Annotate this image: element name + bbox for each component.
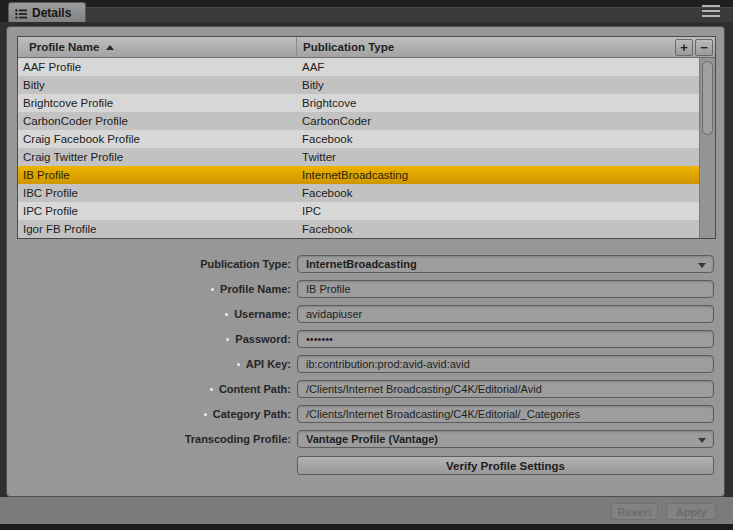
profile-name-cell: Craig Facebook Profile	[18, 133, 296, 145]
publication-type-cell: Facebook	[296, 223, 699, 235]
table-row[interactable]: IPC ProfileIPC	[18, 202, 699, 220]
required-indicator	[204, 413, 207, 416]
profile-name-cell: IBC Profile	[18, 187, 296, 199]
content-path-field[interactable]	[297, 380, 714, 398]
list-icon	[15, 8, 27, 18]
publication-type-cell: CarbonCoder	[296, 115, 699, 127]
profile-name-cell: IPC Profile	[18, 205, 296, 217]
revert-button[interactable]: Revert	[611, 503, 658, 520]
apply-button[interactable]: Apply	[666, 503, 716, 520]
profile-name-cell: IB Profile	[18, 169, 296, 181]
profile-form: Publication Type:InternetBroadcastingPro…	[17, 255, 714, 448]
add-profile-button[interactable]: +	[675, 39, 693, 56]
verify-row: Verify Profile Settings	[17, 456, 714, 475]
form-row: API Key:	[17, 355, 714, 373]
tab-label: Details	[32, 6, 71, 20]
tab-strip	[86, 7, 733, 22]
content-path-label: Content Path:	[17, 383, 291, 395]
details-panel: Profile Name Publication Type + − AAF Pr…	[6, 26, 725, 497]
verify-profile-settings-button[interactable]: Verify Profile Settings	[297, 456, 714, 475]
profile-name-cell: Igor FB Profile	[18, 223, 296, 235]
table-row[interactable]: Igor FB ProfileFacebook	[18, 220, 699, 238]
password-field[interactable]	[297, 330, 714, 348]
table-row[interactable]: Craig Twitter ProfileTwitter	[18, 148, 699, 166]
username-field[interactable]	[297, 305, 714, 323]
table-row[interactable]: BitlyBitly	[18, 76, 699, 94]
api-key-label: API Key:	[17, 358, 291, 370]
publication-type-cell: InternetBroadcasting	[296, 169, 699, 181]
api-key-field[interactable]	[297, 355, 714, 373]
vertical-scrollbar[interactable]	[699, 58, 715, 238]
category-path-field[interactable]	[297, 405, 714, 423]
table-header: Profile Name Publication Type + −	[18, 37, 715, 58]
required-indicator	[210, 388, 213, 391]
password-label: Password:	[17, 333, 291, 345]
form-row: Publication Type:InternetBroadcasting	[17, 255, 714, 273]
publication-type-cell: IPC	[296, 205, 699, 217]
publication-type-cell: Bitly	[296, 79, 699, 91]
table-row[interactable]: IB ProfileInternetBroadcasting	[18, 166, 699, 184]
table-row[interactable]: AAF ProfileAAF	[18, 58, 699, 76]
publication-type-cell: Facebook	[296, 133, 699, 145]
chevron-down-icon	[698, 263, 706, 268]
table-row[interactable]: Craig Facebook ProfileFacebook	[18, 130, 699, 148]
table-row[interactable]: IBC ProfileFacebook	[18, 184, 699, 202]
required-indicator	[237, 363, 240, 366]
profiles-table: Profile Name Publication Type + − AAF Pr…	[17, 36, 716, 239]
profile-name-field[interactable]	[297, 280, 714, 298]
chevron-down-icon	[698, 438, 706, 443]
tab-bar: Details	[0, 0, 733, 22]
footer-bar: Revert Apply	[0, 497, 733, 524]
column-header-profile-name[interactable]: Profile Name	[18, 37, 296, 57]
table-body: AAF ProfileAAFBitlyBitlyBrightcove Profi…	[18, 58, 699, 238]
profile-name-cell: CarbonCoder Profile	[18, 115, 296, 127]
form-row: Password:	[17, 330, 714, 348]
tab-details[interactable]: Details	[8, 2, 86, 22]
remove-profile-button[interactable]: −	[695, 39, 713, 56]
username-label: Username:	[17, 308, 291, 320]
scrollbar-thumb[interactable]	[702, 61, 713, 135]
required-indicator	[211, 288, 214, 291]
publication-type-label: Publication Type:	[17, 258, 291, 270]
table-row[interactable]: CarbonCoder ProfileCarbonCoder	[18, 112, 699, 130]
profile-name-cell: Craig Twitter Profile	[18, 151, 296, 163]
column-header-publication-type[interactable]: Publication Type	[296, 37, 675, 57]
sort-asc-icon	[106, 45, 114, 50]
publication-type-cell: AAF	[296, 61, 699, 73]
profile-name-cell: AAF Profile	[18, 61, 296, 73]
table-row[interactable]: Brightcove ProfileBrightcove	[18, 94, 699, 112]
form-row: Transcoding Profile:Vantage Profile (Van…	[17, 430, 714, 448]
publication-type-dropdown[interactable]: InternetBroadcasting	[297, 255, 714, 273]
hamburger-menu-icon[interactable]	[702, 5, 720, 17]
form-row: Content Path:	[17, 380, 714, 398]
form-row: Username:	[17, 305, 714, 323]
form-row: Category Path:	[17, 405, 714, 423]
profile-name-label: Profile Name:	[17, 283, 291, 295]
required-indicator	[225, 313, 228, 316]
profile-name-cell: Brightcove Profile	[18, 97, 296, 109]
profile-name-cell: Bitly	[18, 79, 296, 91]
form-row: Profile Name:	[17, 280, 714, 298]
required-indicator	[226, 338, 229, 341]
transcoding-profile-dropdown[interactable]: Vantage Profile (Vantage)	[297, 430, 714, 448]
publication-type-cell: Twitter	[296, 151, 699, 163]
window-bottom-edge	[0, 524, 733, 530]
category-path-label: Category Path:	[17, 408, 291, 420]
transcoding-profile-label: Transcoding Profile:	[17, 433, 291, 445]
publication-type-cell: Brightcove	[296, 97, 699, 109]
publication-type-cell: Facebook	[296, 187, 699, 199]
